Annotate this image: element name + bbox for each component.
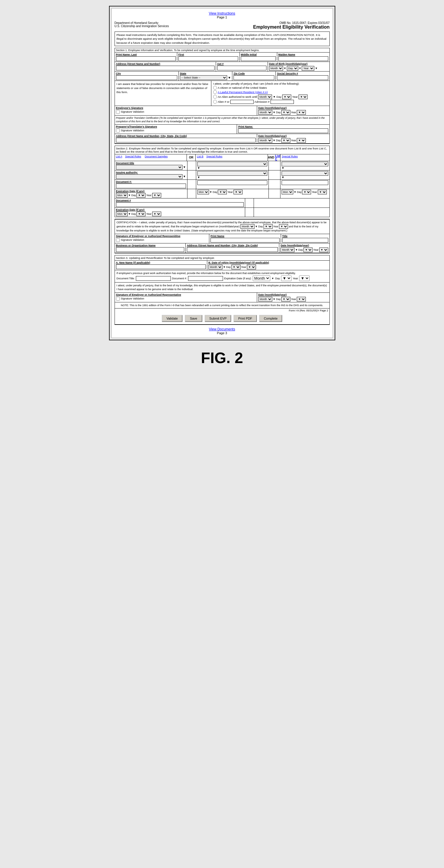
exp-year-c-select[interactable]: ▼ bbox=[318, 190, 327, 194]
sig2-day-select[interactable]: ▼ bbox=[281, 297, 291, 302]
view-instructions-link[interactable]: View Instructions bbox=[209, 11, 235, 16]
alien-num-radio[interactable] bbox=[213, 100, 217, 103]
view-docs-link[interactable]: View Documents bbox=[209, 327, 235, 331]
sig2-month-select[interactable]: Month bbox=[258, 297, 272, 302]
preparer-address-input[interactable] bbox=[116, 138, 256, 143]
list-c-rules-link[interactable]: Special Rules bbox=[282, 155, 298, 158]
save-button[interactable]: Save bbox=[185, 315, 202, 322]
new-name-input[interactable] bbox=[116, 265, 206, 269]
alien-month-select[interactable]: Month bbox=[258, 95, 272, 99]
apt-input[interactable] bbox=[217, 66, 267, 70]
alien-auth-radio[interactable] bbox=[213, 95, 217, 99]
sig-day-select[interactable]: ▼ bbox=[281, 110, 291, 115]
biz-address-input[interactable] bbox=[187, 247, 278, 252]
exp-mon-b-select[interactable]: Mon bbox=[197, 190, 209, 194]
first-name-input[interactable] bbox=[178, 56, 238, 61]
omb-number: OMB No. 1615-0047; Expires 03/31/07 bbox=[253, 21, 330, 25]
doc-num-b-input[interactable] bbox=[197, 180, 267, 185]
doc-title-a-select[interactable] bbox=[116, 165, 182, 169]
list-a-rules-link[interactable]: Special Rules bbox=[125, 155, 141, 158]
submit-evp-button[interactable]: Submit EVP bbox=[205, 315, 231, 322]
issuing-c-select[interactable] bbox=[282, 171, 328, 176]
exp-mon-a-select[interactable]: Mon bbox=[116, 193, 128, 197]
maiden-name-input[interactable] bbox=[278, 56, 328, 61]
validate-button[interactable]: Validate bbox=[162, 315, 182, 322]
employee-sig-label: Employee's Signature bbox=[116, 106, 256, 110]
sig2-year-select[interactable]: ▼ bbox=[297, 297, 306, 302]
exp2-day-select[interactable]: ▼ bbox=[136, 212, 145, 216]
address-input[interactable] bbox=[116, 66, 214, 70]
list-b-rules-link[interactable]: Special Rules bbox=[206, 155, 223, 158]
exp-date-label-s3: Expiration Date (if any): bbox=[224, 277, 251, 280]
zip-input[interactable] bbox=[234, 75, 274, 80]
issuing-a-select[interactable] bbox=[116, 174, 182, 179]
issuing-b-select[interactable] bbox=[197, 171, 267, 176]
doc-title-s3-input[interactable] bbox=[136, 276, 171, 281]
exp-year-a-select[interactable]: ▼ bbox=[152, 193, 161, 197]
doc-num-c-input[interactable] bbox=[282, 180, 328, 185]
dob-day-select[interactable]: Day12 bbox=[287, 66, 298, 71]
cert-year-select[interactable]: ▼ bbox=[279, 224, 288, 229]
doc-num2-input[interactable] bbox=[116, 202, 244, 207]
list-b-link[interactable]: List B bbox=[197, 155, 204, 158]
alien-year-select[interactable]: ▼ bbox=[299, 95, 308, 99]
doc-title-c-select[interactable] bbox=[282, 162, 328, 166]
citizen-radio[interactable] bbox=[213, 86, 217, 90]
sig2-checkbox[interactable] bbox=[116, 297, 120, 301]
exp-day-c-select[interactable]: ▼ bbox=[302, 190, 311, 194]
rehire-day-select[interactable]: ▼ bbox=[232, 265, 240, 269]
cert-month-select[interactable]: Month bbox=[240, 224, 254, 229]
prep-day-select[interactable]: ▼ bbox=[281, 138, 291, 143]
doc-num-a-input[interactable] bbox=[116, 184, 186, 188]
complete-button[interactable]: Complete bbox=[259, 315, 282, 322]
list-a-link[interactable]: List A bbox=[116, 155, 123, 158]
dob-year-select[interactable]: Year20052006 bbox=[302, 66, 314, 71]
biz-day-select[interactable]: ▼ bbox=[304, 248, 312, 252]
print-name-employer-input[interactable] bbox=[210, 238, 280, 243]
exp-mon-c-select[interactable]: Mon bbox=[282, 190, 293, 194]
rehire-month-select[interactable]: Month bbox=[208, 265, 223, 269]
title-input[interactable] bbox=[282, 238, 328, 243]
exp-date2-cell: Expiration Date (if any) Mon ▼ Day ▼ Yea… bbox=[115, 208, 245, 217]
lpr-radio[interactable] bbox=[213, 90, 217, 94]
lpr-link[interactable]: A Lawful Permanent Resident (Alien # A) bbox=[218, 91, 268, 94]
doc-num-s3-input[interactable] bbox=[188, 276, 223, 281]
rehire-year-select[interactable]: ▼ bbox=[247, 265, 256, 269]
s3-day-select[interactable]: ▼ bbox=[281, 276, 292, 281]
mi-input[interactable] bbox=[241, 56, 276, 61]
doc-title-b-select[interactable] bbox=[197, 162, 267, 166]
form-header: Department of Homeland Security U.S. Cit… bbox=[114, 21, 330, 30]
prep-month-select[interactable]: Month bbox=[258, 138, 272, 143]
biz-month-select[interactable]: Month bbox=[280, 248, 295, 252]
employer-sig-checkbox[interactable] bbox=[116, 238, 120, 242]
last-name-input[interactable] bbox=[116, 56, 176, 61]
biz-year-select[interactable]: ▼ bbox=[319, 248, 328, 252]
city-input[interactable] bbox=[116, 75, 177, 80]
button-row: Validate Save Submit EVP Print PDF Compl… bbox=[115, 313, 330, 324]
exp-year-b-select[interactable]: ▼ bbox=[234, 190, 243, 194]
cert-day-select[interactable]: ▼ bbox=[264, 224, 273, 229]
doc-samples-link[interactable]: Document Samples bbox=[145, 155, 168, 158]
list-c-link[interactable]: List C bbox=[275, 154, 280, 161]
exp-day-b-select[interactable]: ▼ bbox=[218, 190, 227, 194]
dob-month-select[interactable]: MonthJanFeb bbox=[269, 66, 283, 71]
print-name-input[interactable] bbox=[238, 128, 328, 133]
s3-year-select[interactable]: ▼ bbox=[299, 276, 310, 281]
prep-year-select[interactable]: ▼ bbox=[297, 138, 306, 143]
sig-month-select[interactable]: Month bbox=[258, 110, 272, 115]
alien-day-select[interactable]: ▼ bbox=[282, 95, 291, 99]
alien-num-input[interactable] bbox=[230, 100, 253, 104]
exp-day-a-select[interactable]: ▼ bbox=[136, 193, 145, 197]
sig-year-select[interactable]: ▼ bbox=[297, 110, 306, 115]
admission-label: Admission # bbox=[254, 100, 270, 103]
s3-month-select[interactable]: Month bbox=[253, 276, 270, 281]
print-pdf-button[interactable]: Print PDF bbox=[234, 315, 257, 322]
biz-name-input[interactable] bbox=[116, 247, 184, 252]
ssn-input[interactable] bbox=[277, 75, 328, 80]
state-select[interactable]: -- Select State --CANY bbox=[180, 75, 227, 80]
preparer-checkbox[interactable] bbox=[116, 129, 120, 132]
exp2-mon-select[interactable]: Mon bbox=[116, 212, 128, 216]
sig-checkbox[interactable] bbox=[116, 110, 120, 114]
exp2-year-select[interactable]: ▼ bbox=[152, 212, 161, 216]
admission-input[interactable] bbox=[271, 100, 294, 104]
